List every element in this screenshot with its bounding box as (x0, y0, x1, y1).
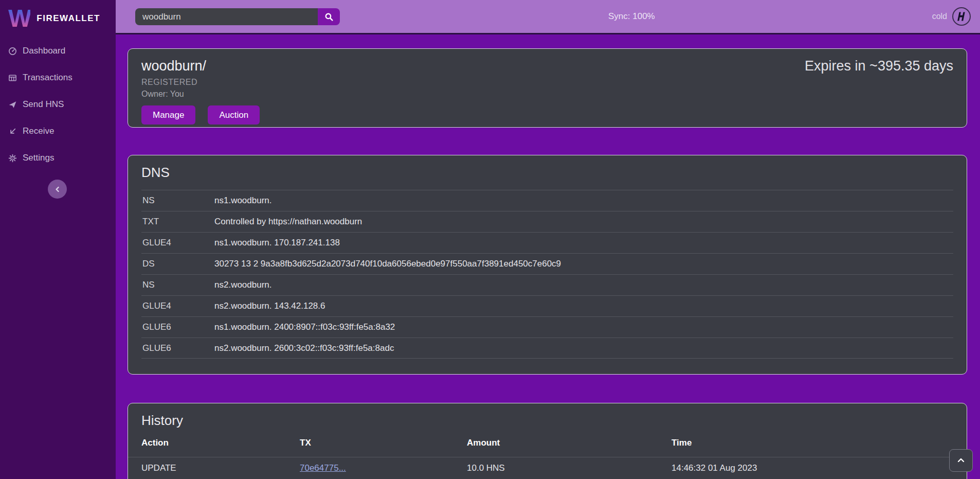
tx-link[interactable]: 70e64775... (300, 463, 346, 473)
dns-record-row: GLUE6 ns1.woodburn. 2400:8907::f03c:93ff… (141, 316, 953, 338)
history-col-tx: TX (300, 438, 467, 448)
history-card: History Action TX Amount Time UPDATE 70e… (128, 403, 967, 479)
dns-record-value: ns1.woodburn. 2400:8907::f03c:93ff:fe5a:… (214, 322, 395, 332)
sidebar: W FIREWALLET Dashboard Transactions Send… (0, 0, 116, 479)
dns-record-type: GLUE6 (141, 322, 214, 332)
dns-record-row: NS ns1.woodburn. (141, 190, 953, 211)
search-input[interactable] (135, 8, 318, 25)
firewallet-logo-icon: W (8, 6, 30, 31)
dns-record-type: NS (141, 280, 214, 290)
sidebar-item-label: Dashboard (23, 46, 65, 56)
history-amount: 10.0 HNS (467, 463, 672, 473)
auction-button[interactable]: Auction (208, 105, 260, 125)
handshake-logo-icon (955, 10, 968, 23)
dns-record-value: 30273 13 2 9a3a8fb3d625d2a2073d740f10da6… (214, 259, 561, 269)
sidebar-collapse-button[interactable] (48, 180, 67, 199)
sidebar-item-dashboard[interactable]: Dashboard (0, 43, 116, 59)
history-col-action: Action (141, 438, 300, 448)
receive-arrow-icon (8, 127, 17, 136)
dns-record-value: ns2.woodburn. 143.42.128.6 (214, 301, 325, 311)
brand-name: FIREWALLET (37, 13, 100, 24)
sidebar-item-label: Receive (23, 126, 54, 136)
history-row: UPDATE 70e64775... 10.0 HNS 14:46:32 01 … (128, 457, 967, 479)
sidebar-item-label: Settings (23, 153, 54, 163)
dns-record-value: ns2.woodburn. (214, 280, 272, 290)
scroll-to-top-button[interactable] (949, 449, 973, 472)
dns-record-row: GLUE4 ns2.woodburn. 143.42.128.6 (141, 295, 953, 316)
send-plane-icon (8, 100, 17, 109)
brand-header[interactable]: W FIREWALLET (0, 0, 116, 36)
dns-record-type: GLUE4 (141, 301, 214, 311)
dns-table: NS ns1.woodburn. TXT Controlled by https… (141, 190, 953, 359)
sidebar-nav: Dashboard Transactions Send HNS Receive … (0, 43, 116, 166)
dns-record-row: DS 30273 13 2 9a3a8fb3d625d2a2073d740f10… (141, 253, 953, 274)
dns-record-value: ns1.woodburn. 170.187.241.138 (214, 238, 340, 248)
sidebar-item-send-hns[interactable]: Send HNS (0, 97, 116, 112)
manage-button[interactable]: Manage (141, 105, 195, 125)
sidebar-item-settings[interactable]: Settings (0, 150, 116, 166)
domain-actions: Manage Auction (141, 105, 953, 125)
table-icon (8, 74, 17, 82)
dns-record-type: DS (141, 259, 214, 269)
dns-card-title: DNS (141, 165, 953, 181)
history-card-title: History (128, 413, 967, 429)
dns-record-value: ns1.woodburn. (214, 196, 272, 206)
sidebar-item-receive[interactable]: Receive (0, 123, 116, 139)
dns-record-row: NS ns2.woodburn. (141, 274, 953, 295)
handshake-logo-button[interactable] (952, 7, 971, 26)
dashboard-gauge-icon (8, 47, 17, 56)
domain-status: REGISTERED (141, 78, 953, 87)
history-time: 14:46:32 01 Aug 2023 (672, 463, 953, 473)
history-action: UPDATE (141, 463, 300, 473)
dns-record-type: GLUE6 (141, 343, 214, 353)
gear-icon (8, 154, 17, 163)
search-bar (135, 8, 340, 25)
chevron-up-icon (956, 456, 966, 465)
wallet-name-badge[interactable]: cold (932, 12, 947, 21)
dns-record-value: Controlled by https://nathan.woodburn (214, 217, 362, 227)
search-icon (324, 12, 334, 22)
history-col-amount: Amount (467, 438, 672, 448)
dns-record-row: GLUE6 ns2.woodburn. 2600:3c02::f03c:93ff… (141, 338, 953, 359)
sidebar-item-transactions[interactable]: Transactions (0, 70, 116, 85)
sidebar-item-label: Transactions (23, 73, 72, 83)
history-col-time: Time (672, 438, 953, 448)
dns-record-type: TXT (141, 217, 214, 227)
domain-card: woodburn/ REGISTERED Owner: You Manage A… (128, 48, 967, 128)
dns-record-type: NS (141, 196, 214, 206)
dns-record-value: ns2.woodburn. 2600:3c02::f03c:93ff:fe5a:… (214, 343, 394, 353)
dns-record-row: GLUE4 ns1.woodburn. 170.187.241.138 (141, 232, 953, 253)
domain-expiry: Expires in ~395.35 days (805, 58, 953, 74)
dns-card: DNS NS ns1.woodburn. TXT Controlled by h… (128, 155, 967, 375)
dns-record-type: GLUE4 (141, 238, 214, 248)
wallet-switcher: cold (932, 0, 971, 33)
chevron-left-icon (53, 185, 62, 193)
sync-status: Sync: 100% (608, 0, 655, 33)
domain-owner: Owner: You (141, 90, 953, 99)
sidebar-item-label: Send HNS (23, 99, 64, 110)
dns-record-row: TXT Controlled by https://nathan.woodbur… (141, 211, 953, 232)
search-button[interactable] (318, 8, 340, 25)
topbar: Sync: 100% cold (116, 0, 980, 34)
history-header-row: Action TX Amount Time (128, 429, 967, 457)
